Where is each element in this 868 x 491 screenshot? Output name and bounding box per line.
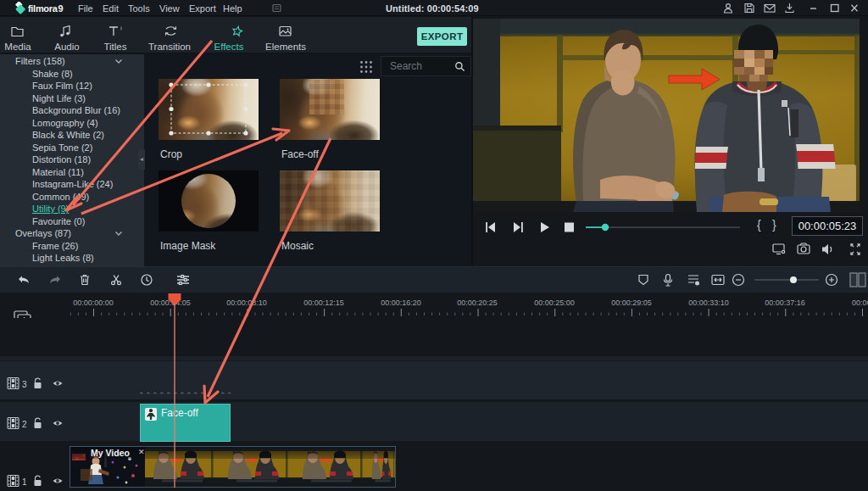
svg-text:2: 2 xyxy=(22,420,27,429)
svg-text:3: 3 xyxy=(22,380,27,389)
svg-text:1: 1 xyxy=(22,477,27,487)
